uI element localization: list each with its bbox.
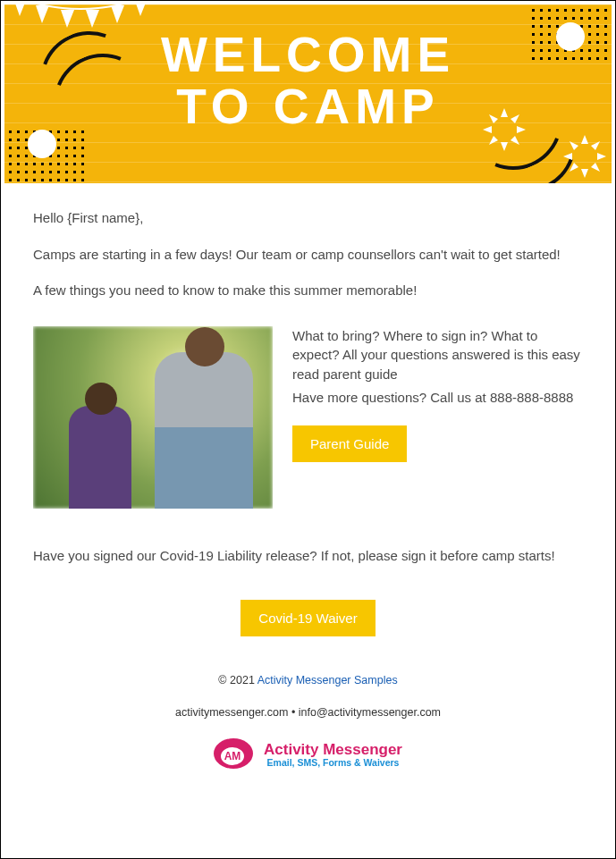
parent-guide-text: What to bring? Where to sign in? What to… xyxy=(292,326,583,462)
copyright-line: © 2021 Activity Messenger Samples xyxy=(4,674,612,686)
hero-title-line1: WELCOME xyxy=(161,27,455,82)
hero-title: WELCOME TO CAMP xyxy=(4,4,612,133)
parent-guide-button[interactable]: Parent Guide xyxy=(292,425,407,462)
guide-description: What to bring? Where to sign in? What to… xyxy=(292,326,583,384)
hero-banner: WELCOME TO CAMP xyxy=(4,4,612,183)
svg-marker-19 xyxy=(591,163,600,172)
email-container: WELCOME TO CAMP Hello {First name}, Camp… xyxy=(4,4,612,772)
svg-marker-11 xyxy=(511,136,519,145)
org-link[interactable]: Activity Messenger Samples xyxy=(257,674,398,686)
speech-bubble-icon: AM xyxy=(214,738,255,772)
svg-marker-21 xyxy=(570,163,578,172)
sun-icon xyxy=(558,130,612,183)
svg-marker-16 xyxy=(563,153,572,160)
svg-marker-18 xyxy=(570,141,578,150)
intro-paragraph: A few things you need to know to make th… xyxy=(33,281,583,301)
svg-marker-17 xyxy=(597,153,606,160)
intro-section: Hello {First name}, Camps are starting i… xyxy=(4,183,612,301)
footer: © 2021 Activity Messenger Samples activi… xyxy=(4,660,612,772)
logo-text: Activity Messenger Email, SMS, Forms & W… xyxy=(264,742,402,769)
svg-marker-15 xyxy=(581,169,588,178)
footer-email: info@activitymessenger.com xyxy=(299,706,441,719)
svg-marker-13 xyxy=(489,136,498,145)
waiver-section: Have you signed our Covid-19 Liability r… xyxy=(4,530,612,567)
logo-subtitle: Email, SMS, Forms & Waivers xyxy=(264,757,402,769)
waiver-text: Have you signed our Covid-19 Liability r… xyxy=(33,546,583,567)
covid-waiver-button[interactable]: Covid-19 Waiver xyxy=(240,600,375,636)
copyright-prefix: © 2021 xyxy=(218,674,257,686)
parent-guide-section: What to bring? Where to sign in? What to… xyxy=(33,326,583,509)
parent-child-photo xyxy=(33,326,273,509)
circle-icon xyxy=(28,130,56,158)
intro-paragraph: Camps are starting in a few days! Our te… xyxy=(33,245,583,265)
footer-site: activitymessenger.com xyxy=(175,706,288,719)
hero-title-line2: TO CAMP xyxy=(4,81,612,133)
footer-separator: • xyxy=(288,706,298,719)
svg-marker-20 xyxy=(591,141,600,150)
email-template: WELCOME TO CAMP Hello {First name}, Camp… xyxy=(0,0,616,859)
footer-logo: AM Activity Messenger Email, SMS, Forms … xyxy=(4,738,612,772)
waiver-button-row: Covid-19 Waiver xyxy=(4,566,612,660)
greeting-text: Hello {First name}, xyxy=(33,208,583,229)
guide-contact: Have more questions? Call us at 888-888-… xyxy=(292,388,583,408)
contact-line: activitymessenger.com • info@activitymes… xyxy=(4,706,612,719)
svg-marker-7 xyxy=(501,142,508,151)
logo-initials: AM xyxy=(219,745,246,767)
svg-marker-14 xyxy=(581,135,588,144)
logo-title: Activity Messenger xyxy=(264,742,402,757)
